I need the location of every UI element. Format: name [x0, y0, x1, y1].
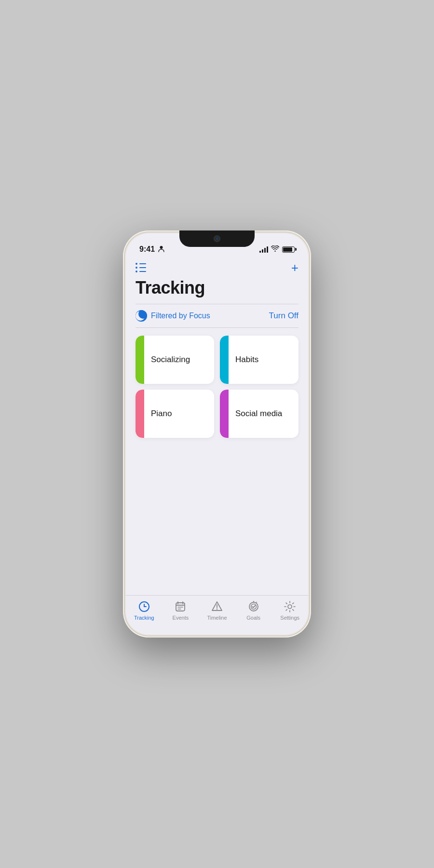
tracker-color-bar: [136, 336, 144, 384]
tracker-name: Habits: [229, 355, 265, 365]
page-title: Tracking: [126, 276, 308, 304]
person-icon: [158, 245, 164, 254]
tab-goals[interactable]: Goals: [235, 600, 272, 621]
events-tab-label: Events: [173, 615, 189, 621]
tracker-name: Piano: [144, 409, 178, 419]
svg-point-12: [217, 609, 217, 610]
svg-point-17: [288, 605, 292, 609]
tab-settings[interactable]: Settings: [271, 600, 308, 621]
signal-icon: [259, 246, 268, 253]
time-display: 9:41: [139, 245, 155, 254]
wifi-icon: [271, 245, 279, 254]
status-icons: [259, 245, 295, 254]
tracker-card-piano[interactable]: Piano: [136, 390, 214, 438]
settings-tab-icon: [284, 600, 296, 613]
tab-events[interactable]: Events: [163, 600, 199, 621]
add-button[interactable]: +: [291, 261, 298, 274]
status-time: 9:41: [139, 245, 164, 254]
front-camera: [214, 235, 220, 242]
tracker-card-habits[interactable]: Habits: [220, 336, 298, 384]
tracker-name: Socializing: [144, 355, 197, 365]
tab-timeline[interactable]: Timeline: [199, 600, 235, 621]
notch: [179, 231, 255, 247]
tracker-name: Social media: [229, 409, 289, 419]
goals-tab-icon: [247, 600, 260, 613]
focus-bar: Filtered by Focus Turn Off: [126, 304, 308, 327]
tracker-color-bar: [220, 390, 229, 438]
tracking-tab-icon: [138, 600, 150, 613]
phone-shell: 9:41: [123, 231, 311, 637]
nav-bar: +: [126, 258, 308, 276]
tracker-card-socializing[interactable]: Socializing: [136, 336, 214, 384]
tracker-color-bar: [220, 336, 229, 384]
battery-icon: [282, 246, 295, 253]
tracking-tab-label: Tracking: [134, 615, 154, 621]
timeline-tab-icon: [211, 600, 223, 613]
tab-bar: Tracking Events Timeline Goals: [126, 595, 308, 635]
main-content: + Tracking Filtered by Focus Turn Off So…: [126, 258, 308, 595]
svg-line-16: [256, 602, 257, 603]
events-tab-icon: [174, 600, 187, 613]
tracker-color-bar: [136, 390, 144, 438]
moon-icon: [136, 310, 147, 322]
turn-off-button[interactable]: Turn Off: [269, 311, 298, 321]
focus-info: Filtered by Focus: [136, 310, 210, 322]
screen: 9:41: [126, 233, 308, 635]
list-menu-button[interactable]: [136, 263, 146, 272]
settings-tab-label: Settings: [280, 615, 299, 621]
goals-tab-label: Goals: [246, 615, 260, 621]
focus-text: Filtered by Focus: [151, 312, 210, 320]
tab-tracking[interactable]: Tracking: [126, 600, 163, 621]
svg-point-0: [160, 246, 163, 249]
tracker-card-social-media[interactable]: Social media: [220, 390, 298, 438]
timeline-tab-label: Timeline: [207, 615, 227, 621]
trackers-grid: Socializing Habits Piano Social media: [126, 328, 308, 595]
